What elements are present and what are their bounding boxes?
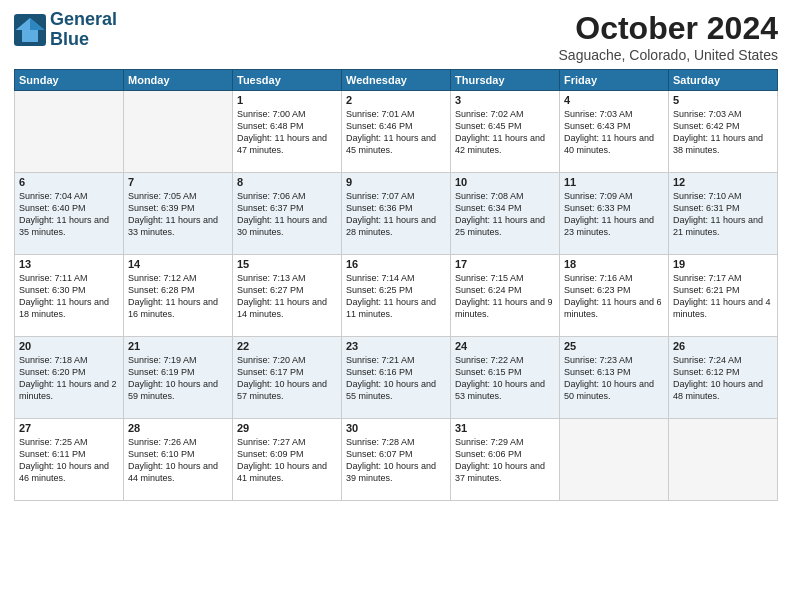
day-number: 23 — [346, 340, 446, 352]
col-tuesday: Tuesday — [233, 70, 342, 91]
day-number: 13 — [19, 258, 119, 270]
table-row — [669, 419, 778, 501]
sunrise-label: Sunrise: 7:11 AM — [19, 273, 88, 283]
day-number: 16 — [346, 258, 446, 270]
day-info: Sunrise: 7:09 AM Sunset: 6:33 PM Dayligh… — [564, 190, 664, 239]
sunrise-label: Sunrise: 7:15 AM — [455, 273, 524, 283]
sunrise-label: Sunrise: 7:08 AM — [455, 191, 524, 201]
day-number: 27 — [19, 422, 119, 434]
day-info: Sunrise: 7:21 AM Sunset: 6:16 PM Dayligh… — [346, 354, 446, 403]
day-number: 8 — [237, 176, 337, 188]
table-row: 5 Sunrise: 7:03 AM Sunset: 6:42 PM Dayli… — [669, 91, 778, 173]
sunset-label: Sunset: 6:30 PM — [19, 285, 86, 295]
day-info: Sunrise: 7:03 AM Sunset: 6:43 PM Dayligh… — [564, 108, 664, 157]
daylight-label: Daylight: 11 hours and 21 minutes. — [673, 215, 763, 237]
header: General Blue October 2024 Saguache, Colo… — [14, 10, 778, 63]
day-info: Sunrise: 7:06 AM Sunset: 6:37 PM Dayligh… — [237, 190, 337, 239]
daylight-label: Daylight: 11 hours and 6 minutes. — [564, 297, 662, 319]
table-row: 10 Sunrise: 7:08 AM Sunset: 6:34 PM Dayl… — [451, 173, 560, 255]
sunrise-label: Sunrise: 7:12 AM — [128, 273, 197, 283]
sunrise-label: Sunrise: 7:10 AM — [673, 191, 742, 201]
sunrise-label: Sunrise: 7:21 AM — [346, 355, 415, 365]
logo-line2: Blue — [50, 30, 117, 50]
sunset-label: Sunset: 6:25 PM — [346, 285, 413, 295]
daylight-label: Daylight: 11 hours and 42 minutes. — [455, 133, 545, 155]
sunset-label: Sunset: 6:33 PM — [564, 203, 631, 213]
day-number: 1 — [237, 94, 337, 106]
daylight-label: Daylight: 11 hours and 18 minutes. — [19, 297, 109, 319]
sunset-label: Sunset: 6:21 PM — [673, 285, 740, 295]
calendar-week-row: 27 Sunrise: 7:25 AM Sunset: 6:11 PM Dayl… — [15, 419, 778, 501]
sunrise-label: Sunrise: 7:17 AM — [673, 273, 742, 283]
daylight-label: Daylight: 11 hours and 38 minutes. — [673, 133, 763, 155]
day-number: 25 — [564, 340, 664, 352]
table-row: 11 Sunrise: 7:09 AM Sunset: 6:33 PM Dayl… — [560, 173, 669, 255]
sunset-label: Sunset: 6:06 PM — [455, 449, 522, 459]
table-row: 16 Sunrise: 7:14 AM Sunset: 6:25 PM Dayl… — [342, 255, 451, 337]
table-row: 12 Sunrise: 7:10 AM Sunset: 6:31 PM Dayl… — [669, 173, 778, 255]
day-number: 7 — [128, 176, 228, 188]
sunrise-label: Sunrise: 7:23 AM — [564, 355, 633, 365]
day-info: Sunrise: 7:20 AM Sunset: 6:17 PM Dayligh… — [237, 354, 337, 403]
sunset-label: Sunset: 6:20 PM — [19, 367, 86, 377]
sunset-label: Sunset: 6:48 PM — [237, 121, 304, 131]
day-info: Sunrise: 7:26 AM Sunset: 6:10 PM Dayligh… — [128, 436, 228, 485]
sunset-label: Sunset: 6:07 PM — [346, 449, 413, 459]
day-number: 6 — [19, 176, 119, 188]
daylight-label: Daylight: 11 hours and 9 minutes. — [455, 297, 553, 319]
day-info: Sunrise: 7:11 AM Sunset: 6:30 PM Dayligh… — [19, 272, 119, 321]
sunset-label: Sunset: 6:43 PM — [564, 121, 631, 131]
table-row: 22 Sunrise: 7:20 AM Sunset: 6:17 PM Dayl… — [233, 337, 342, 419]
day-number: 19 — [673, 258, 773, 270]
day-number: 28 — [128, 422, 228, 434]
table-row: 7 Sunrise: 7:05 AM Sunset: 6:39 PM Dayli… — [124, 173, 233, 255]
daylight-label: Daylight: 10 hours and 53 minutes. — [455, 379, 545, 401]
sunrise-label: Sunrise: 7:05 AM — [128, 191, 197, 201]
sunrise-label: Sunrise: 7:24 AM — [673, 355, 742, 365]
day-info: Sunrise: 7:17 AM Sunset: 6:21 PM Dayligh… — [673, 272, 773, 321]
day-info: Sunrise: 7:00 AM Sunset: 6:48 PM Dayligh… — [237, 108, 337, 157]
sunrise-label: Sunrise: 7:14 AM — [346, 273, 415, 283]
calendar-week-row: 1 Sunrise: 7:00 AM Sunset: 6:48 PM Dayli… — [15, 91, 778, 173]
day-info: Sunrise: 7:29 AM Sunset: 6:06 PM Dayligh… — [455, 436, 555, 485]
calendar-week-row: 6 Sunrise: 7:04 AM Sunset: 6:40 PM Dayli… — [15, 173, 778, 255]
sunset-label: Sunset: 6:45 PM — [455, 121, 522, 131]
day-info: Sunrise: 7:22 AM Sunset: 6:15 PM Dayligh… — [455, 354, 555, 403]
table-row: 1 Sunrise: 7:00 AM Sunset: 6:48 PM Dayli… — [233, 91, 342, 173]
daylight-label: Daylight: 10 hours and 48 minutes. — [673, 379, 763, 401]
sunset-label: Sunset: 6:23 PM — [564, 285, 631, 295]
col-sunday: Sunday — [15, 70, 124, 91]
table-row — [15, 91, 124, 173]
table-row: 23 Sunrise: 7:21 AM Sunset: 6:16 PM Dayl… — [342, 337, 451, 419]
daylight-label: Daylight: 10 hours and 55 minutes. — [346, 379, 436, 401]
daylight-label: Daylight: 11 hours and 4 minutes. — [673, 297, 771, 319]
sunset-label: Sunset: 6:11 PM — [19, 449, 86, 459]
sunrise-label: Sunrise: 7:16 AM — [564, 273, 633, 283]
day-info: Sunrise: 7:04 AM Sunset: 6:40 PM Dayligh… — [19, 190, 119, 239]
daylight-label: Daylight: 11 hours and 23 minutes. — [564, 215, 654, 237]
day-number: 24 — [455, 340, 555, 352]
sunset-label: Sunset: 6:10 PM — [128, 449, 195, 459]
table-row: 3 Sunrise: 7:02 AM Sunset: 6:45 PM Dayli… — [451, 91, 560, 173]
table-row: 18 Sunrise: 7:16 AM Sunset: 6:23 PM Dayl… — [560, 255, 669, 337]
sunset-label: Sunset: 6:17 PM — [237, 367, 304, 377]
table-row: 20 Sunrise: 7:18 AM Sunset: 6:20 PM Dayl… — [15, 337, 124, 419]
day-number: 18 — [564, 258, 664, 270]
sunrise-label: Sunrise: 7:19 AM — [128, 355, 197, 365]
col-saturday: Saturday — [669, 70, 778, 91]
table-row: 13 Sunrise: 7:11 AM Sunset: 6:30 PM Dayl… — [15, 255, 124, 337]
calendar-week-row: 13 Sunrise: 7:11 AM Sunset: 6:30 PM Dayl… — [15, 255, 778, 337]
table-row — [124, 91, 233, 173]
day-number: 9 — [346, 176, 446, 188]
day-number: 5 — [673, 94, 773, 106]
table-row: 4 Sunrise: 7:03 AM Sunset: 6:43 PM Dayli… — [560, 91, 669, 173]
table-row: 31 Sunrise: 7:29 AM Sunset: 6:06 PM Dayl… — [451, 419, 560, 501]
day-info: Sunrise: 7:27 AM Sunset: 6:09 PM Dayligh… — [237, 436, 337, 485]
table-row: 9 Sunrise: 7:07 AM Sunset: 6:36 PM Dayli… — [342, 173, 451, 255]
sunrise-label: Sunrise: 7:28 AM — [346, 437, 415, 447]
sunrise-label: Sunrise: 7:29 AM — [455, 437, 524, 447]
sunrise-label: Sunrise: 7:13 AM — [237, 273, 306, 283]
daylight-label: Daylight: 10 hours and 46 minutes. — [19, 461, 109, 483]
sunrise-label: Sunrise: 7:22 AM — [455, 355, 524, 365]
daylight-label: Daylight: 11 hours and 28 minutes. — [346, 215, 436, 237]
